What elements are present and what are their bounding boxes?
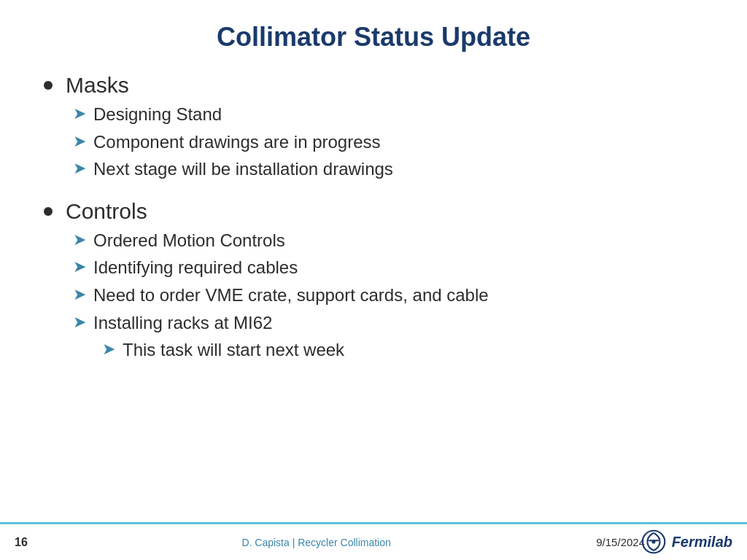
fermilab-icon bbox=[641, 529, 666, 554]
list-item-masks: Masks ➤ Designing Stand ➤ Component draw… bbox=[44, 73, 703, 182]
arrow-icon: ➤ bbox=[73, 256, 86, 279]
slide: Collimator Status Update Masks ➤ Designi… bbox=[0, 0, 747, 560]
main-item-label-masks: Masks bbox=[44, 73, 703, 98]
sub-sub-list: ➤ This task will start next week bbox=[102, 338, 703, 362]
page-number: 16 bbox=[15, 536, 36, 549]
bullet-icon bbox=[44, 81, 53, 90]
arrow-icon: ➤ bbox=[73, 158, 86, 180]
list-item: ➤ Designing Stand bbox=[73, 102, 703, 127]
arrow-icon: ➤ bbox=[73, 311, 86, 334]
list-item: ➤ Component drawings are in progress bbox=[73, 130, 703, 155]
bullet-icon bbox=[44, 207, 53, 216]
list-item-controls: Controls ➤ Ordered Motion Controls ➤ Ide… bbox=[44, 199, 703, 362]
list-item: ➤ Need to order VME crate, support cards… bbox=[73, 283, 703, 308]
svg-point-2 bbox=[651, 540, 655, 543]
fermilab-text: Fermilab bbox=[672, 534, 732, 551]
footer-date: 9/15/2024 bbox=[596, 536, 645, 548]
list-item: ➤ Next stage will be installation drawin… bbox=[73, 157, 703, 182]
list-item: ➤ This task will start next week bbox=[102, 338, 703, 362]
main-item-label-controls: Controls bbox=[44, 199, 703, 224]
arrow-icon: ➤ bbox=[73, 131, 86, 153]
arrow-icon: ➤ bbox=[102, 338, 115, 361]
arrow-icon: ➤ bbox=[73, 103, 86, 125]
slide-footer: 16 D. Capista | Recycler Collimation 9/1… bbox=[0, 522, 747, 560]
arrow-icon: ➤ bbox=[73, 229, 86, 252]
fermilab-logo: Fermilab bbox=[641, 529, 732, 554]
sub-list-controls: ➤ Ordered Motion Controls ➤ Identifying … bbox=[73, 228, 703, 362]
arrow-icon: ➤ bbox=[73, 284, 86, 306]
main-list: Masks ➤ Designing Stand ➤ Component draw… bbox=[44, 73, 703, 380]
list-item: ➤ Installing racks at MI62 bbox=[73, 311, 703, 335]
slide-content: Collimator Status Update Masks ➤ Designi… bbox=[0, 0, 747, 522]
slide-title: Collimator Status Update bbox=[44, 22, 703, 52]
list-item: ➤ Identifying required cables bbox=[73, 255, 703, 280]
footer-center-text: D. Capista | Recycler Collimation bbox=[36, 537, 596, 548]
sub-list-masks: ➤ Designing Stand ➤ Component drawings a… bbox=[73, 102, 703, 182]
list-item: ➤ Ordered Motion Controls bbox=[73, 228, 703, 253]
